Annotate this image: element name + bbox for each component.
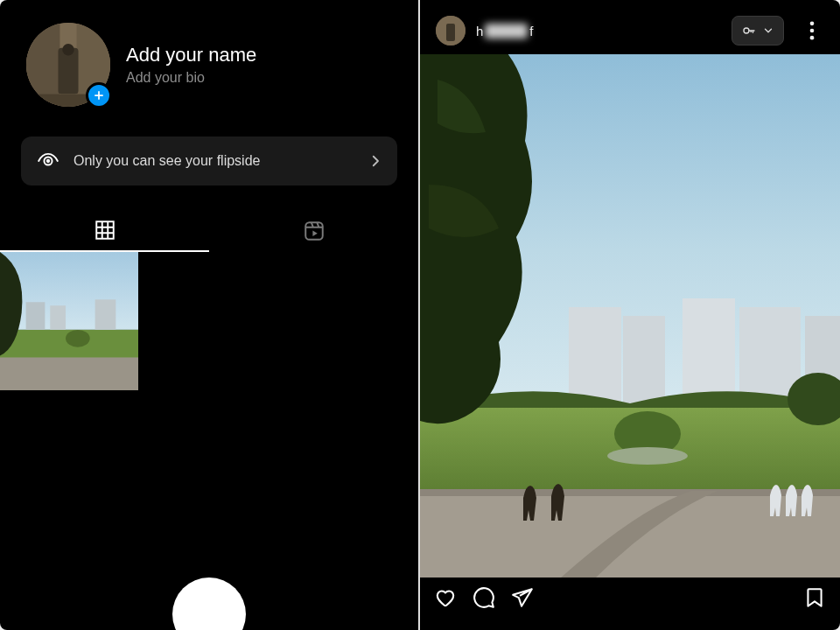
plus-icon xyxy=(93,89,105,102)
svg-rect-8 xyxy=(96,221,114,239)
save-button[interactable] xyxy=(803,586,826,612)
tab-posts-grid[interactable] xyxy=(0,210,209,252)
share-button[interactable] xyxy=(511,586,534,612)
chevron-right-icon xyxy=(368,153,383,169)
svg-point-22 xyxy=(810,36,815,40)
svg-rect-9 xyxy=(305,222,323,240)
chevron-down-icon xyxy=(762,24,774,37)
profile-flipside-panel: Add your name Add your bio Only you can … xyxy=(0,0,420,630)
svg-rect-14 xyxy=(50,305,66,330)
heart-icon xyxy=(434,586,457,609)
comment-icon xyxy=(472,586,495,609)
svg-point-4 xyxy=(62,44,74,55)
comment-button[interactable] xyxy=(472,586,495,612)
username-obscured: xxxxxx xyxy=(485,24,528,38)
audience-selector-button[interactable] xyxy=(732,16,784,46)
more-vertical-icon xyxy=(800,18,824,43)
post-action-bar xyxy=(420,578,840,612)
profile-bio-placeholder[interactable]: Add your bio xyxy=(126,70,256,86)
bookmark-icon xyxy=(803,586,826,609)
svg-point-20 xyxy=(810,22,815,26)
svg-rect-18 xyxy=(446,24,455,41)
flipside-privacy-notice[interactable]: Only you can see your flipside xyxy=(21,136,397,186)
post-author-username[interactable]: h xxxxxx f xyxy=(476,24,721,38)
notice-text: Only you can see your flipside xyxy=(74,153,354,169)
svg-rect-13 xyxy=(26,302,46,330)
svg-rect-15 xyxy=(95,299,116,330)
avatar-container[interactable] xyxy=(26,23,110,107)
send-icon xyxy=(511,586,534,609)
svg-point-21 xyxy=(810,29,815,33)
svg-point-31 xyxy=(607,447,688,465)
post-header: h xxxxxx f xyxy=(420,0,840,54)
username-prefix: h xyxy=(476,24,483,38)
svg-point-7 xyxy=(46,159,50,163)
svg-rect-12 xyxy=(0,357,138,390)
eye-icon xyxy=(37,150,60,172)
svg-point-16 xyxy=(66,330,90,347)
post-image[interactable] xyxy=(420,54,840,578)
post-more-button[interactable] xyxy=(800,18,824,43)
reels-icon xyxy=(303,220,326,242)
create-post-fab[interactable] xyxy=(172,578,246,630)
profile-name-placeholder[interactable]: Add your name xyxy=(126,44,256,66)
add-story-badge[interactable] xyxy=(86,82,112,108)
profile-header: Add your name Add your bio xyxy=(0,0,418,119)
username-suffix: f xyxy=(529,24,533,38)
posts-grid xyxy=(0,252,418,390)
post-thumbnail[interactable] xyxy=(0,252,138,390)
post-author-avatar[interactable] xyxy=(436,16,466,46)
post-detail-panel: h xxxxxx f xyxy=(420,0,840,630)
profile-tabs xyxy=(0,210,418,252)
like-button[interactable] xyxy=(434,586,457,612)
key-icon xyxy=(741,23,757,38)
svg-rect-25 xyxy=(623,316,665,410)
tab-reels[interactable] xyxy=(209,210,418,252)
svg-point-19 xyxy=(744,28,749,33)
grid-icon xyxy=(94,219,116,242)
